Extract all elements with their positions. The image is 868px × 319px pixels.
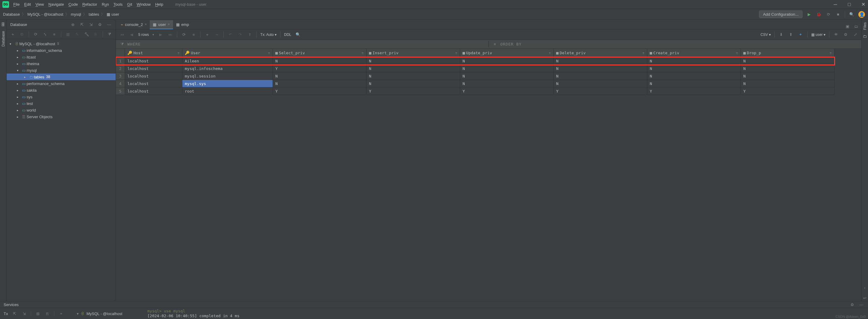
- row-gutter[interactable]: 4: [116, 80, 125, 87]
- close-icon[interactable]: ×: [145, 22, 147, 27]
- wrench-icon[interactable]: 🔧: [84, 31, 89, 37]
- cell-priv[interactable]: Y: [741, 87, 835, 95]
- return-icon[interactable]: ↩: [862, 295, 868, 301]
- cell-user[interactable]: mysql.session: [182, 72, 273, 80]
- cell-user[interactable]: Aileen: [182, 57, 273, 65]
- files-icon[interactable]: 🗀: [863, 34, 867, 39]
- undo-icon[interactable]: ↶: [227, 32, 234, 38]
- menu-edit[interactable]: Edit: [24, 2, 31, 7]
- menu-file[interactable]: File: [13, 2, 20, 7]
- chevron-left-icon[interactable]: ‹: [862, 285, 868, 291]
- cell-priv[interactable]: N: [741, 80, 835, 87]
- sort-icon[interactable]: ≡: [492, 41, 498, 47]
- first-page-icon[interactable]: ⏮: [119, 32, 125, 38]
- gear-icon[interactable]: ⚙: [97, 22, 103, 28]
- filter-icon[interactable]: ⧩: [107, 31, 112, 37]
- column-header[interactable]: 🔑User÷: [182, 49, 273, 57]
- cell-priv[interactable]: N: [647, 80, 741, 87]
- column-header[interactable]: ▦Select_priv÷: [273, 49, 367, 57]
- grid-icon[interactable]: ⊞: [35, 311, 41, 317]
- column-header[interactable]: ▦Delete_priv÷: [554, 49, 647, 57]
- tab-user[interactable]: ▦user×: [150, 20, 173, 29]
- refresh-icon[interactable]: ⟳: [33, 31, 38, 37]
- redo-icon[interactable]: ↷: [237, 32, 243, 38]
- tab-console[interactable]: ⌁console_2×: [118, 20, 150, 29]
- tree-schema[interactable]: ▸▭test: [7, 100, 116, 107]
- cell-priv[interactable]: N: [554, 72, 647, 80]
- cell-priv[interactable]: Y: [647, 87, 741, 95]
- cell-priv[interactable]: Y: [367, 87, 460, 95]
- tree-schema[interactable]: ▾▭mysql: [7, 67, 116, 74]
- attach-icon[interactable]: ⎘: [44, 311, 51, 317]
- breadcrumb-item[interactable]: mysql: [71, 12, 81, 16]
- cell-priv[interactable]: N: [367, 72, 460, 80]
- menu-run[interactable]: Run: [102, 2, 109, 7]
- export-icon[interactable]: ⎘: [93, 31, 98, 37]
- prev-page-icon[interactable]: ◀: [129, 32, 135, 38]
- database-tool-icon[interactable]: 🗄: [1, 22, 5, 27]
- cell-priv[interactable]: N: [460, 57, 554, 65]
- breadcrumb-item[interactable]: tables: [89, 12, 99, 16]
- tree-server-objects[interactable]: ▸☰Server Objects: [7, 113, 116, 120]
- menu-window[interactable]: Window: [137, 2, 151, 7]
- commit-icon[interactable]: ⬆: [247, 32, 253, 38]
- column-header[interactable]: 🔑Host÷: [125, 49, 182, 57]
- column-header[interactable]: ▦Update_priv÷: [460, 49, 554, 57]
- breadcrumb-item[interactable]: MySQL - @localhost: [28, 12, 63, 16]
- cell-host[interactable]: localhost: [125, 65, 182, 72]
- menu-view[interactable]: View: [35, 2, 44, 7]
- row-count[interactable]: 5 rows: [138, 33, 149, 37]
- maximize-icon[interactable]: □: [847, 2, 852, 7]
- menu-help[interactable]: Help: [155, 2, 163, 7]
- tree-schema[interactable]: ▸▭sakila: [7, 87, 116, 94]
- tree-schema[interactable]: ▸▭performance_schema: [7, 80, 116, 87]
- last-page-icon[interactable]: ⏭: [167, 32, 173, 38]
- column-header[interactable]: ▦Create_priv÷: [647, 49, 741, 57]
- view-selector[interactable]: ▦ user ▾: [811, 33, 826, 37]
- tree-schema[interactable]: ▸▭information_schema: [7, 47, 116, 54]
- orderby-input[interactable]: ORDER BY: [500, 42, 522, 46]
- run-icon[interactable]: ▶: [806, 11, 812, 17]
- gear-icon[interactable]: ⚙: [843, 32, 849, 38]
- tx-mode[interactable]: Tx: Auto ▾: [260, 33, 276, 37]
- cell-priv[interactable]: Y: [273, 65, 367, 72]
- import-icon[interactable]: ✦: [798, 32, 804, 38]
- cell-host[interactable]: localhost: [125, 87, 182, 95]
- tree-datasource[interactable]: ▾🛢 MySQL - @localhost 9: [7, 40, 116, 47]
- maximize-editor-icon[interactable]: ▣: [844, 23, 850, 29]
- tab-emp[interactable]: ▦emp: [173, 20, 192, 29]
- files-tool-label[interactable]: Files: [863, 22, 867, 30]
- ddl-button[interactable]: DDL: [284, 33, 291, 37]
- tree-schema[interactable]: ▸▭itcast: [7, 54, 116, 60]
- column-header[interactable]: ▦Insert_priv÷: [367, 49, 460, 57]
- close-icon[interactable]: ✕: [861, 2, 866, 7]
- export-format[interactable]: CSV ▾: [761, 33, 771, 37]
- cell-priv[interactable]: N: [554, 57, 647, 65]
- menu-git[interactable]: Git: [127, 2, 132, 7]
- debug-icon[interactable]: 🐞: [816, 11, 822, 17]
- cell-user[interactable]: root: [182, 87, 273, 95]
- row-gutter[interactable]: 2: [116, 65, 125, 72]
- add-icon[interactable]: ＋: [10, 31, 16, 37]
- delete-row-icon[interactable]: －: [214, 32, 220, 38]
- add-row-icon[interactable]: ＋: [204, 32, 210, 38]
- menu-refactor[interactable]: Refactor: [83, 2, 97, 7]
- expand-icon[interactable]: ⇱: [11, 311, 18, 317]
- collapse-icon[interactable]: ⇲: [88, 22, 94, 28]
- eye-icon[interactable]: 👁: [833, 32, 839, 38]
- cell-priv[interactable]: N: [460, 80, 554, 87]
- breadcrumb-item[interactable]: Database: [3, 12, 20, 16]
- row-gutter[interactable]: 5: [116, 87, 125, 95]
- cancel-icon[interactable]: ■: [190, 32, 196, 38]
- cell-user[interactable]: mysql.sys: [182, 80, 273, 87]
- target-icon[interactable]: ⊕: [70, 22, 76, 28]
- tree-schema[interactable]: ▸▭world: [7, 107, 116, 113]
- update-icon[interactable]: ⟳: [826, 11, 832, 17]
- search-icon[interactable]: 🔍: [849, 11, 855, 17]
- row-gutter[interactable]: 3: [116, 72, 125, 80]
- cell-priv[interactable]: N: [367, 80, 460, 87]
- funnel-icon[interactable]: ⧩: [119, 41, 125, 47]
- reload-icon[interactable]: ⟳: [181, 32, 187, 38]
- cell-priv[interactable]: N: [741, 57, 835, 65]
- add-configuration-button[interactable]: Add Configuration...: [759, 10, 803, 18]
